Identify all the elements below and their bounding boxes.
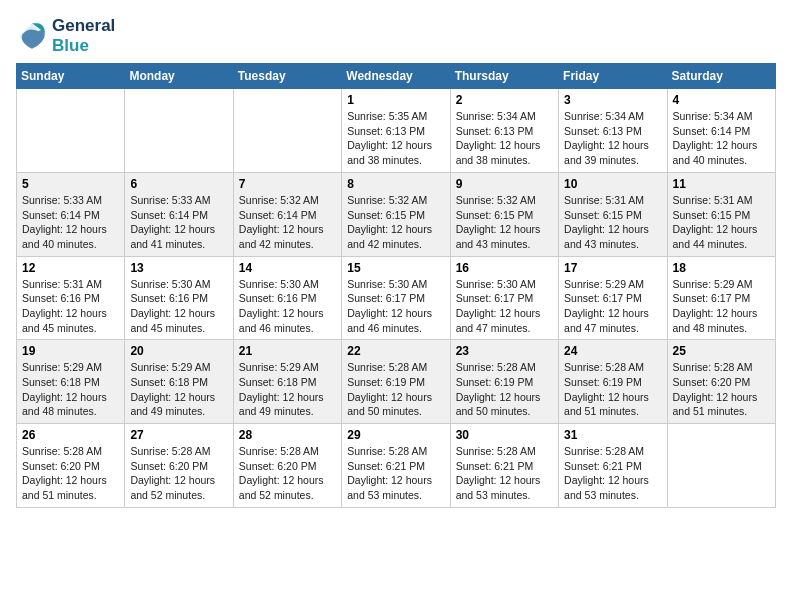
calendar-cell: 10Sunrise: 5:31 AMSunset: 6:15 PMDayligh… — [559, 172, 667, 256]
day-number: 26 — [22, 428, 119, 442]
day-info: Sunrise: 5:28 AMSunset: 6:19 PMDaylight:… — [564, 360, 661, 419]
calendar-cell: 30Sunrise: 5:28 AMSunset: 6:21 PMDayligh… — [450, 424, 558, 508]
calendar-cell: 28Sunrise: 5:28 AMSunset: 6:20 PMDayligh… — [233, 424, 341, 508]
day-number: 6 — [130, 177, 227, 191]
day-number: 19 — [22, 344, 119, 358]
day-number: 5 — [22, 177, 119, 191]
day-number: 7 — [239, 177, 336, 191]
day-info: Sunrise: 5:34 AMSunset: 6:13 PMDaylight:… — [564, 109, 661, 168]
day-header-saturday: Saturday — [667, 64, 775, 89]
day-info: Sunrise: 5:28 AMSunset: 6:21 PMDaylight:… — [347, 444, 444, 503]
day-header-thursday: Thursday — [450, 64, 558, 89]
day-number: 1 — [347, 93, 444, 107]
calendar-cell: 4Sunrise: 5:34 AMSunset: 6:14 PMDaylight… — [667, 89, 775, 173]
calendar-cell: 24Sunrise: 5:28 AMSunset: 6:19 PMDayligh… — [559, 340, 667, 424]
day-number: 27 — [130, 428, 227, 442]
day-info: Sunrise: 5:32 AMSunset: 6:14 PMDaylight:… — [239, 193, 336, 252]
day-number: 17 — [564, 261, 661, 275]
day-info: Sunrise: 5:29 AMSunset: 6:18 PMDaylight:… — [130, 360, 227, 419]
day-info: Sunrise: 5:28 AMSunset: 6:20 PMDaylight:… — [130, 444, 227, 503]
calendar-cell — [667, 424, 775, 508]
day-number: 8 — [347, 177, 444, 191]
calendar-cell: 13Sunrise: 5:30 AMSunset: 6:16 PMDayligh… — [125, 256, 233, 340]
day-header-tuesday: Tuesday — [233, 64, 341, 89]
day-info: Sunrise: 5:33 AMSunset: 6:14 PMDaylight:… — [130, 193, 227, 252]
day-info: Sunrise: 5:28 AMSunset: 6:20 PMDaylight:… — [22, 444, 119, 503]
day-number: 28 — [239, 428, 336, 442]
calendar-cell: 25Sunrise: 5:28 AMSunset: 6:20 PMDayligh… — [667, 340, 775, 424]
day-info: Sunrise: 5:29 AMSunset: 6:17 PMDaylight:… — [564, 277, 661, 336]
calendar-cell: 23Sunrise: 5:28 AMSunset: 6:19 PMDayligh… — [450, 340, 558, 424]
calendar-cell: 14Sunrise: 5:30 AMSunset: 6:16 PMDayligh… — [233, 256, 341, 340]
calendar-week-row: 26Sunrise: 5:28 AMSunset: 6:20 PMDayligh… — [17, 424, 776, 508]
calendar-cell: 3Sunrise: 5:34 AMSunset: 6:13 PMDaylight… — [559, 89, 667, 173]
day-header-sunday: Sunday — [17, 64, 125, 89]
day-info: Sunrise: 5:35 AMSunset: 6:13 PMDaylight:… — [347, 109, 444, 168]
day-number: 18 — [673, 261, 770, 275]
day-info: Sunrise: 5:31 AMSunset: 6:15 PMDaylight:… — [673, 193, 770, 252]
day-info: Sunrise: 5:33 AMSunset: 6:14 PMDaylight:… — [22, 193, 119, 252]
calendar-cell: 12Sunrise: 5:31 AMSunset: 6:16 PMDayligh… — [17, 256, 125, 340]
calendar-cell: 21Sunrise: 5:29 AMSunset: 6:18 PMDayligh… — [233, 340, 341, 424]
day-number: 30 — [456, 428, 553, 442]
day-info: Sunrise: 5:30 AMSunset: 6:17 PMDaylight:… — [347, 277, 444, 336]
day-info: Sunrise: 5:30 AMSunset: 6:16 PMDaylight:… — [130, 277, 227, 336]
day-number: 29 — [347, 428, 444, 442]
calendar-week-row: 12Sunrise: 5:31 AMSunset: 6:16 PMDayligh… — [17, 256, 776, 340]
calendar-cell — [125, 89, 233, 173]
day-header-friday: Friday — [559, 64, 667, 89]
day-number: 24 — [564, 344, 661, 358]
day-info: Sunrise: 5:34 AMSunset: 6:13 PMDaylight:… — [456, 109, 553, 168]
day-number: 12 — [22, 261, 119, 275]
day-info: Sunrise: 5:28 AMSunset: 6:20 PMDaylight:… — [239, 444, 336, 503]
day-info: Sunrise: 5:29 AMSunset: 6:17 PMDaylight:… — [673, 277, 770, 336]
calendar-week-row: 5Sunrise: 5:33 AMSunset: 6:14 PMDaylight… — [17, 172, 776, 256]
day-info: Sunrise: 5:34 AMSunset: 6:14 PMDaylight:… — [673, 109, 770, 168]
day-header-wednesday: Wednesday — [342, 64, 450, 89]
day-number: 2 — [456, 93, 553, 107]
day-number: 4 — [673, 93, 770, 107]
calendar-cell: 5Sunrise: 5:33 AMSunset: 6:14 PMDaylight… — [17, 172, 125, 256]
day-number: 3 — [564, 93, 661, 107]
calendar-cell: 29Sunrise: 5:28 AMSunset: 6:21 PMDayligh… — [342, 424, 450, 508]
calendar-cell: 19Sunrise: 5:29 AMSunset: 6:18 PMDayligh… — [17, 340, 125, 424]
day-number: 15 — [347, 261, 444, 275]
day-header-monday: Monday — [125, 64, 233, 89]
calendar-cell: 22Sunrise: 5:28 AMSunset: 6:19 PMDayligh… — [342, 340, 450, 424]
day-info: Sunrise: 5:32 AMSunset: 6:15 PMDaylight:… — [347, 193, 444, 252]
logo-text: General Blue — [52, 16, 115, 55]
calendar-cell — [233, 89, 341, 173]
calendar-cell: 31Sunrise: 5:28 AMSunset: 6:21 PMDayligh… — [559, 424, 667, 508]
calendar-cell: 16Sunrise: 5:30 AMSunset: 6:17 PMDayligh… — [450, 256, 558, 340]
calendar-cell: 2Sunrise: 5:34 AMSunset: 6:13 PMDaylight… — [450, 89, 558, 173]
day-number: 13 — [130, 261, 227, 275]
calendar-cell: 6Sunrise: 5:33 AMSunset: 6:14 PMDaylight… — [125, 172, 233, 256]
calendar-cell: 18Sunrise: 5:29 AMSunset: 6:17 PMDayligh… — [667, 256, 775, 340]
logo: General Blue — [16, 16, 115, 55]
calendar-cell: 20Sunrise: 5:29 AMSunset: 6:18 PMDayligh… — [125, 340, 233, 424]
day-info: Sunrise: 5:30 AMSunset: 6:17 PMDaylight:… — [456, 277, 553, 336]
day-number: 22 — [347, 344, 444, 358]
day-number: 31 — [564, 428, 661, 442]
day-info: Sunrise: 5:28 AMSunset: 6:19 PMDaylight:… — [347, 360, 444, 419]
day-info: Sunrise: 5:31 AMSunset: 6:16 PMDaylight:… — [22, 277, 119, 336]
day-info: Sunrise: 5:29 AMSunset: 6:18 PMDaylight:… — [239, 360, 336, 419]
calendar-cell: 27Sunrise: 5:28 AMSunset: 6:20 PMDayligh… — [125, 424, 233, 508]
day-number: 11 — [673, 177, 770, 191]
day-number: 9 — [456, 177, 553, 191]
day-number: 21 — [239, 344, 336, 358]
logo-icon — [16, 20, 48, 52]
day-number: 10 — [564, 177, 661, 191]
calendar-cell: 9Sunrise: 5:32 AMSunset: 6:15 PMDaylight… — [450, 172, 558, 256]
page-header: General Blue — [16, 16, 776, 55]
calendar-week-row: 1Sunrise: 5:35 AMSunset: 6:13 PMDaylight… — [17, 89, 776, 173]
calendar-week-row: 19Sunrise: 5:29 AMSunset: 6:18 PMDayligh… — [17, 340, 776, 424]
day-info: Sunrise: 5:28 AMSunset: 6:19 PMDaylight:… — [456, 360, 553, 419]
day-info: Sunrise: 5:29 AMSunset: 6:18 PMDaylight:… — [22, 360, 119, 419]
day-info: Sunrise: 5:28 AMSunset: 6:20 PMDaylight:… — [673, 360, 770, 419]
day-number: 14 — [239, 261, 336, 275]
calendar: SundayMondayTuesdayWednesdayThursdayFrid… — [16, 63, 776, 508]
day-number: 23 — [456, 344, 553, 358]
day-info: Sunrise: 5:28 AMSunset: 6:21 PMDaylight:… — [456, 444, 553, 503]
calendar-header-row: SundayMondayTuesdayWednesdayThursdayFrid… — [17, 64, 776, 89]
